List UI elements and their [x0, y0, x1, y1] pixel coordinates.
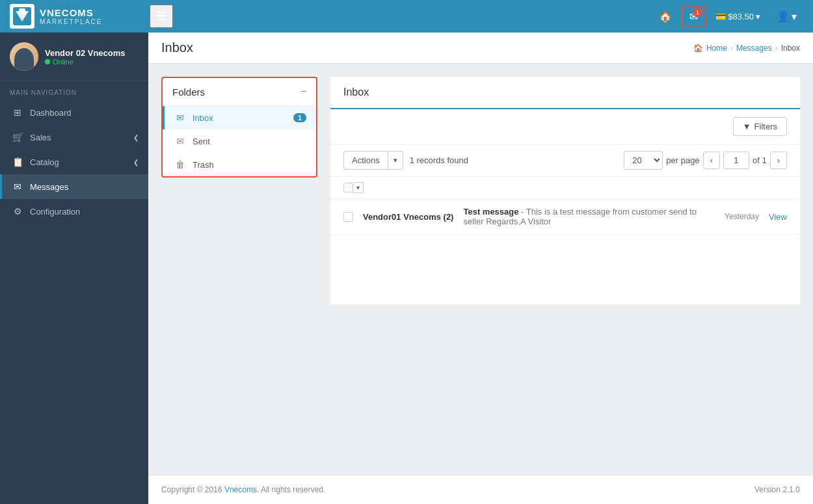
status-label: Online: [53, 58, 73, 66]
main-content: Inbox 🏠 Home › Messages › Inbox Folders …: [148, 33, 813, 504]
sidebar-item-messages[interactable]: ✉ Messages: [0, 174, 148, 199]
sidebar-item-label: Configuration: [30, 207, 139, 217]
home-button[interactable]: 🏠: [652, 7, 678, 27]
sales-icon: 🛒: [12, 132, 23, 142]
brand-subtitle: MARKETPLACE: [40, 18, 102, 25]
sidebar-item-label: Dashboard: [30, 108, 139, 118]
status-indicator: [45, 59, 50, 64]
user-icon: 👤: [777, 10, 790, 23]
per-page-select[interactable]: 20 50 100: [624, 151, 663, 170]
footer-rights-text: . All rights reserved.: [257, 485, 325, 494]
arrow-icon: ❮: [133, 159, 139, 166]
footer-brand-link[interactable]: Vnecoms: [224, 485, 257, 494]
breadcrumb-home-link[interactable]: Home: [706, 44, 727, 53]
message-view-link[interactable]: View: [769, 212, 787, 222]
credit-card-icon: 💳: [715, 12, 726, 21]
folder-label: Sent: [193, 137, 306, 146]
breadcrumb-sep: ›: [730, 44, 733, 53]
page-input[interactable]: [723, 152, 749, 169]
profile-status: Online: [45, 58, 139, 66]
sent-folder-icon: ✉: [174, 136, 186, 146]
sidebar-item-dashboard[interactable]: ⊞ Dashboard: [0, 100, 148, 125]
brand-text: VNECOMS MARKETPLACE: [40, 7, 102, 25]
filters-label: Filters: [754, 122, 777, 131]
profile-name: Vendor 02 Vnecoms: [45, 48, 139, 58]
sidebar-profile: Vendor 02 Vnecoms Online: [0, 33, 148, 81]
top-navbar: VNECOMS MARKETPLACE ☰ 🏠 ✉ 1 💳 $83.50 ▾ 👤…: [0, 0, 813, 33]
records-found: 1 records found: [410, 155, 618, 165]
page-wrapper: Vendor 02 Vnecoms Online MAIN NAVIGATION…: [0, 33, 813, 504]
prev-page-button[interactable]: ‹: [703, 152, 720, 169]
page-header: Inbox 🏠 Home › Messages › Inbox: [148, 33, 813, 64]
svg-rect-2: [19, 8, 25, 14]
folder-item-inbox[interactable]: ✉ Inbox 1: [163, 106, 316, 129]
folders-title: Folders: [172, 86, 205, 98]
balance-amount: $83.50: [728, 12, 754, 21]
folders-collapse-button[interactable]: −: [300, 86, 306, 98]
select-all-row: ▾: [330, 177, 800, 199]
filter-icon: ▼: [743, 122, 751, 131]
user-dropdown-icon: ▾: [792, 10, 797, 23]
pagination: 20 50 100 per page ‹ of 1 ›: [624, 151, 787, 170]
hamburger-button[interactable]: ☰: [150, 5, 173, 28]
avatar-body-shape: [14, 48, 34, 71]
user-menu-button[interactable]: 👤 ▾: [770, 7, 803, 27]
folders-header: Folders −: [163, 78, 316, 106]
sidebar-item-sales[interactable]: 🛒 Sales ❮: [0, 125, 148, 150]
inbox-panel: Inbox ▼ Filters Actions ▾ 1 records: [330, 77, 800, 462]
select-all-checkbox[interactable]: [343, 183, 353, 192]
breadcrumb-messages-link[interactable]: Messages: [736, 44, 772, 53]
page-of-label: of 1: [753, 155, 767, 165]
select-all-dropdown[interactable]: ▾: [353, 182, 364, 193]
home-icon: 🏠: [659, 11, 672, 22]
content-area: Folders − ✉ Inbox 1 ✉ Sent 🗑 Trash: [148, 64, 813, 475]
next-page-button[interactable]: ›: [770, 152, 787, 169]
config-icon: ⚙: [12, 206, 23, 217]
avatar-image: [10, 42, 38, 71]
balance-dropdown-icon: ▾: [756, 12, 760, 21]
inbox-card: Inbox ▼ Filters Actions ▾ 1 records: [330, 77, 800, 304]
inbox-card-header: Inbox: [330, 77, 800, 109]
messages-icon: ✉: [12, 181, 23, 192]
breadcrumb: 🏠 Home › Messages › Inbox: [693, 44, 800, 53]
balance-button[interactable]: 💳 $83.50 ▾: [709, 8, 767, 25]
dashboard-icon: ⊞: [12, 107, 23, 118]
trash-folder-icon: 🗑: [174, 159, 186, 170]
folder-item-trash[interactable]: 🗑 Trash: [163, 153, 316, 176]
message-subject: Test message: [463, 207, 518, 217]
folder-item-sent[interactable]: ✉ Sent: [163, 129, 316, 153]
folder-label: Inbox: [193, 113, 287, 123]
sidebar-item-configuration[interactable]: ⚙ Configuration: [0, 199, 148, 224]
select-all-checkbox-group: ▾: [343, 182, 364, 193]
inbox-folder-icon: ✉: [174, 113, 186, 123]
sidebar-nav: ⊞ Dashboard 🛒 Sales ❮ 📋 Catalog ❮ ✉ Mess…: [0, 100, 148, 504]
brand-logo-area[interactable]: VNECOMS MARKETPLACE: [10, 4, 146, 29]
sidebar-item-label: Catalog: [30, 157, 127, 167]
folders-panel: Folders − ✉ Inbox 1 ✉ Sent 🗑 Trash: [161, 77, 317, 462]
per-page-label: per page: [666, 155, 699, 165]
actions-button[interactable]: Actions: [343, 151, 388, 170]
brand-logo-icon: [10, 4, 34, 29]
page-title: Inbox: [161, 40, 193, 55]
brand-name: VNECOMS: [40, 7, 102, 18]
filters-button[interactable]: ▼ Filters: [733, 117, 787, 136]
message-date: Yesterday: [713, 212, 759, 221]
footer-version: Version 2.1.0: [754, 485, 800, 494]
navbar-icons: 🏠 ✉ 1 💳 $83.50 ▾ 👤 ▾: [652, 5, 803, 28]
message-checkbox[interactable]: [343, 212, 353, 222]
catalog-icon: 📋: [12, 157, 23, 167]
main-footer: Copyright © 2016 Vnecoms. All rights res…: [148, 475, 813, 504]
sidebar: Vendor 02 Vnecoms Online MAIN NAVIGATION…: [0, 33, 148, 504]
messages-nav-button[interactable]: ✉ 1: [682, 5, 706, 28]
breadcrumb-sep: ›: [775, 44, 778, 53]
footer-copyright: Copyright © 2016 Vnecoms. All rights res…: [161, 485, 325, 494]
inbox-toolbar: ▼ Filters: [330, 109, 800, 144]
footer-copyright-text: Copyright © 2016: [161, 485, 224, 494]
folder-label: Trash: [193, 160, 306, 170]
sidebar-item-catalog[interactable]: 📋 Catalog ❮: [0, 150, 148, 174]
inbox-badge: 1: [293, 113, 306, 122]
actions-dropdown-button[interactable]: ▾: [388, 151, 403, 170]
table-row: Vendor01 Vnecoms (2) Test message - This…: [330, 199, 800, 235]
sidebar-item-label: Messages: [30, 182, 139, 192]
message-badge: 1: [693, 8, 702, 17]
